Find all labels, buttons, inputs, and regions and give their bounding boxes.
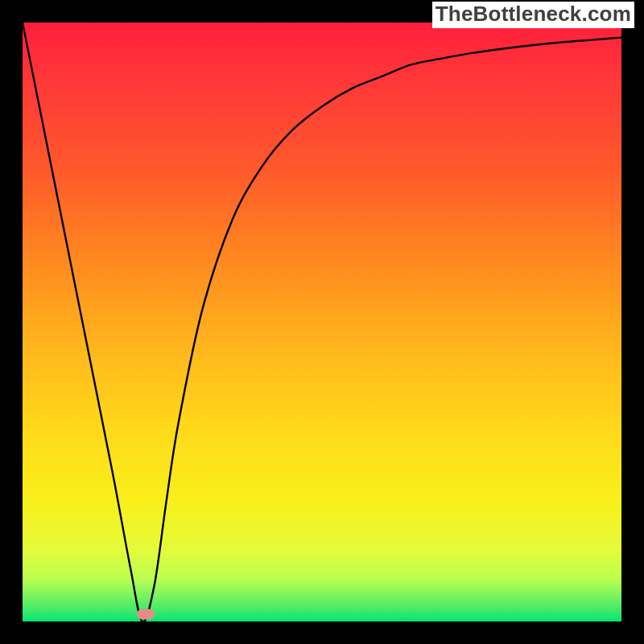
curve-svg [23, 23, 621, 621]
plot-area [23, 23, 621, 621]
chart-frame: TheBottleneck.com [0, 0, 644, 644]
minimum-marker [137, 609, 155, 620]
branding-label: TheBottleneck.com [432, 2, 634, 28]
bottleneck-curve [23, 23, 621, 621]
